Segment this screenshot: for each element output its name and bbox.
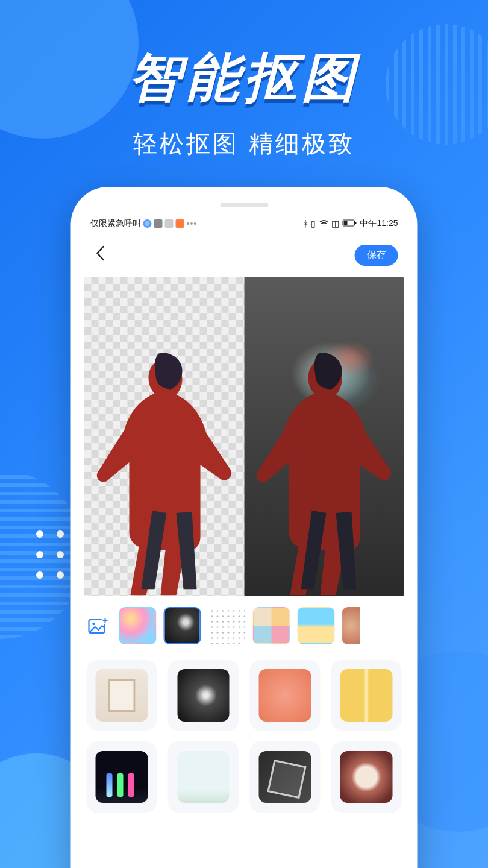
save-button[interactable]: 保存 (355, 245, 398, 266)
vibrate-icon: ▯ (311, 219, 316, 228)
svg-rect-1 (355, 222, 356, 224)
sim-icon: ◫ (331, 219, 339, 228)
grid-item[interactable] (87, 741, 157, 812)
preview-with-background (244, 277, 404, 596)
preset-thumb[interactable] (342, 607, 360, 644)
preview-compare[interactable] (84, 277, 404, 596)
phone-speaker (220, 203, 268, 207)
grid-item[interactable] (331, 741, 401, 812)
globe-icon (143, 219, 152, 228)
preset-thumb[interactable] (208, 607, 246, 644)
svg-rect-2 (343, 221, 347, 225)
person-silhouette (246, 341, 402, 596)
grid-item[interactable] (249, 741, 320, 812)
person-silhouette (86, 341, 242, 596)
battery-icon (342, 219, 357, 228)
status-more-icon: ••• (187, 219, 198, 228)
grid-item[interactable] (249, 660, 320, 731)
status-app-icon (176, 219, 184, 228)
grid-item[interactable] (168, 660, 239, 731)
back-button[interactable] (90, 242, 111, 268)
status-app-icon (154, 219, 163, 228)
status-bar: 仅限紧急呼叫 ••• ᚼ ▯ ◫ 中午11:25 (84, 216, 404, 231)
wifi-icon (319, 219, 328, 228)
bg-circle (0, 0, 139, 139)
add-image-button[interactable] (86, 612, 112, 639)
bluetooth-icon: ᚼ (303, 219, 308, 228)
status-app-icon (165, 219, 174, 228)
preset-thumb[interactable] (253, 607, 290, 644)
grid-item[interactable] (87, 660, 157, 731)
background-preset-strip[interactable] (84, 607, 404, 644)
status-network-text: 仅限紧急呼叫 (90, 218, 141, 229)
app-navbar: 保存 (84, 231, 404, 277)
grid-item[interactable] (168, 741, 239, 812)
preset-thumb[interactable] (298, 607, 335, 644)
preset-thumb-selected[interactable] (164, 607, 201, 644)
phone-mockup: 仅限紧急呼叫 ••• ᚼ ▯ ◫ 中午11:25 保存 (71, 187, 418, 868)
grid-item[interactable] (331, 660, 401, 731)
preset-thumb[interactable] (119, 607, 157, 644)
chevron-left-icon (95, 245, 106, 262)
status-time: 中午11:25 (360, 218, 398, 229)
preview-cutout (84, 277, 245, 596)
svg-point-4 (92, 623, 95, 625)
add-image-icon (88, 616, 110, 635)
background-grid (84, 660, 404, 813)
